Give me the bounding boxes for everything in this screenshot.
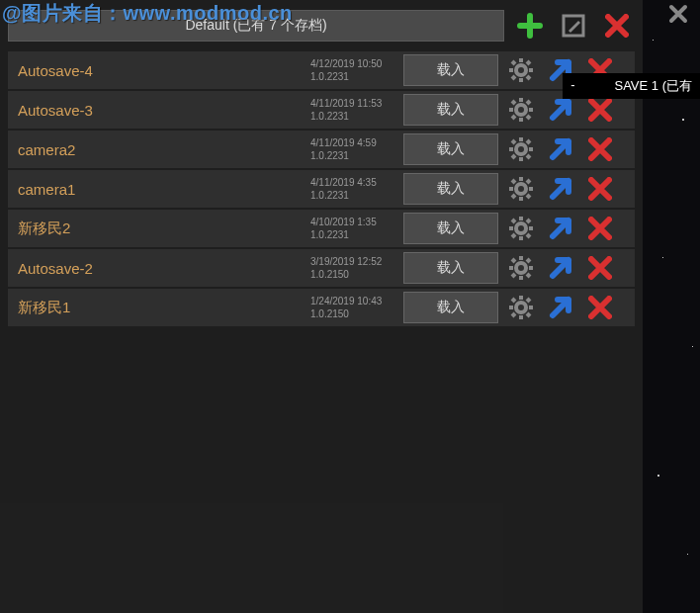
save-name: Autosave-3 <box>18 102 305 119</box>
save-delete-button[interactable] <box>583 172 617 206</box>
save-delete-button[interactable] <box>583 132 617 166</box>
save-settings-button[interactable] <box>504 93 538 127</box>
save-meta: 4/10/2019 1:35 1.0.2231 <box>310 216 397 241</box>
save-delete-button[interactable] <box>583 251 617 285</box>
save-date: 4/11/2019 4:59 <box>310 136 397 149</box>
load-label: 载入 <box>437 140 465 158</box>
tooltip: - SAVE 1 (已有 <box>563 73 700 99</box>
delete-profile-button[interactable] <box>599 8 635 44</box>
save-date: 3/19/2019 12:52 <box>310 255 397 268</box>
arrow-up-right-icon <box>548 97 573 123</box>
save-settings-button[interactable] <box>504 132 538 166</box>
gear-icon <box>507 96 535 124</box>
save-meta: 3/19/2019 12:52 1.0.2150 <box>310 255 397 281</box>
load-button[interactable]: 载入 <box>403 292 498 323</box>
close-icon[interactable] <box>664 0 692 28</box>
svg-point-3 <box>516 144 526 154</box>
edit-icon <box>561 13 586 39</box>
save-export-button[interactable] <box>544 132 577 166</box>
plus-icon <box>517 13 543 39</box>
arrow-up-right-icon <box>548 136 573 162</box>
save-version: 1.0.2150 <box>310 268 397 281</box>
save-meta: 4/11/2019 4:35 1.0.2231 <box>310 176 397 202</box>
save-row: Autosave-4 4/12/2019 10:50 1.0.2231 载入 <box>8 51 635 89</box>
save-date: 1/24/2019 10:43 <box>310 295 397 307</box>
save-load-panel: @图片来自：www.modmod.cn Default (已有 7 个存档) A… <box>0 0 643 613</box>
save-export-button[interactable] <box>544 212 577 245</box>
save-delete-button[interactable] <box>583 212 617 245</box>
save-meta: 4/11/2019 11:53 1.0.2231 <box>310 97 397 123</box>
gear-icon <box>507 175 535 203</box>
save-name: 新移民1 <box>18 299 305 317</box>
load-button[interactable]: 载入 <box>403 54 498 86</box>
save-row: Autosave-3 4/11/2019 11:53 1.0.2231 载入 <box>8 91 635 129</box>
arrow-up-right-icon <box>548 295 573 320</box>
load-label: 载入 <box>437 259 465 277</box>
watermark-text: @图片来自：www.modmod.cn <box>2 0 293 27</box>
save-meta: 1/24/2019 10:43 1.0.2150 <box>310 295 397 320</box>
save-version: 1.0.2231 <box>310 228 397 241</box>
rename-profile-button[interactable] <box>556 8 591 44</box>
save-version: 1.0.2150 <box>310 307 397 320</box>
x-icon <box>588 137 612 161</box>
save-export-button[interactable] <box>544 251 577 285</box>
x-icon <box>588 296 612 319</box>
load-button[interactable]: 载入 <box>403 213 498 244</box>
load-label: 载入 <box>437 180 465 198</box>
add-profile-button[interactable] <box>512 8 548 44</box>
save-delete-button[interactable] <box>583 291 617 324</box>
save-export-button[interactable] <box>544 172 577 206</box>
save-settings-button[interactable] <box>504 172 538 206</box>
arrow-up-right-icon <box>548 255 573 281</box>
gear-icon <box>507 56 535 84</box>
svg-point-7 <box>516 303 526 312</box>
save-date: 4/10/2019 1:35 <box>310 216 397 228</box>
save-settings-button[interactable] <box>504 212 538 245</box>
x-icon <box>588 256 612 280</box>
save-settings-button[interactable] <box>504 251 538 285</box>
load-button[interactable]: 载入 <box>403 133 498 165</box>
load-button[interactable]: 载入 <box>403 94 498 126</box>
save-version: 1.0.2231 <box>310 110 397 123</box>
tooltip-left: - <box>570 77 574 95</box>
save-name: Autosave-2 <box>18 260 305 277</box>
save-name: camera1 <box>18 181 305 198</box>
gear-icon <box>507 254 535 282</box>
load-label: 载入 <box>437 101 465 119</box>
save-name: 新移民2 <box>18 219 305 238</box>
load-label: 载入 <box>437 219 465 237</box>
save-name: Autosave-4 <box>18 62 305 79</box>
svg-point-2 <box>516 105 526 115</box>
save-date: 4/11/2019 11:53 <box>310 97 397 110</box>
svg-point-4 <box>516 184 526 194</box>
save-version: 1.0.2231 <box>310 149 397 162</box>
gear-icon <box>507 135 535 163</box>
x-icon <box>588 217 612 240</box>
save-row: camera2 4/11/2019 4:59 1.0.2231 载入 <box>8 131 635 168</box>
svg-point-1 <box>516 65 526 75</box>
save-list: Autosave-4 4/12/2019 10:50 1.0.2231 载入 <box>0 47 643 330</box>
save-row: 新移民2 4/10/2019 1:35 1.0.2231 载入 <box>8 210 635 247</box>
tooltip-right: SAVE 1 (已有 <box>614 77 692 95</box>
save-meta: 4/12/2019 10:50 1.0.2231 <box>310 57 397 83</box>
gear-icon <box>507 294 535 321</box>
arrow-up-right-icon <box>548 176 573 202</box>
save-version: 1.0.2231 <box>310 189 397 202</box>
load-label: 载入 <box>437 299 465 316</box>
save-export-button[interactable] <box>544 291 577 324</box>
gear-icon <box>507 215 535 242</box>
arrow-up-right-icon <box>548 216 573 241</box>
save-settings-button[interactable] <box>504 291 538 324</box>
save-settings-button[interactable] <box>504 53 538 87</box>
load-button[interactable]: 载入 <box>403 173 498 205</box>
save-name: camera2 <box>18 141 305 158</box>
save-date: 4/12/2019 10:50 <box>310 57 397 70</box>
save-version: 1.0.2231 <box>310 70 397 83</box>
save-meta: 4/11/2019 4:59 1.0.2231 <box>310 136 397 162</box>
save-row: camera1 4/11/2019 4:35 1.0.2231 载入 <box>8 170 635 208</box>
x-icon <box>588 177 612 201</box>
svg-point-6 <box>516 263 526 273</box>
save-date: 4/11/2019 4:35 <box>310 176 397 189</box>
load-button[interactable]: 载入 <box>403 252 498 284</box>
load-label: 载入 <box>437 61 465 79</box>
